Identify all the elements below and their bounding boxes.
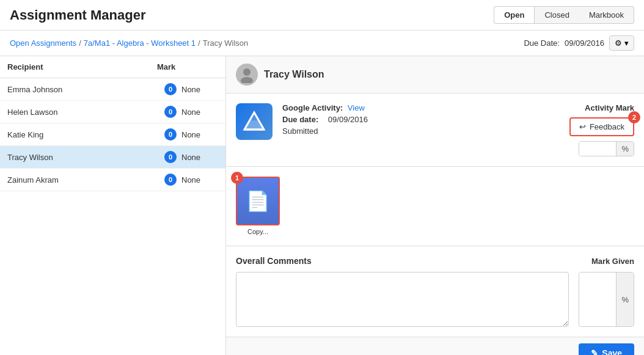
activity-section: Google Activity: View Due date: 09/09/20… [226, 93, 644, 167]
main-layout: Recipient Mark Emma Johnson 0 None Helen… [0, 56, 644, 355]
student-row[interactable]: Tracy Wilson 0 None [0, 146, 225, 169]
comments-header: Overall Comments Mark Given [236, 256, 634, 266]
google-activity-row: Google Activity: View [282, 103, 560, 112]
save-label: Save [602, 348, 622, 355]
breadcrumb-separator-2: / [198, 38, 200, 48]
gear-icon: ⚙ [615, 38, 622, 48]
svg-point-1 [241, 77, 253, 83]
student-mark: None [181, 85, 218, 94]
student-name: Tracy Wilson [7, 153, 164, 162]
avatar [236, 64, 258, 86]
mark-given-percent: % [616, 273, 634, 326]
due-date-detail-label: Due date: [282, 115, 318, 124]
status-row: Submitted [282, 126, 560, 136]
breadcrumb-student: Tracy Wilson [203, 38, 249, 48]
file-annotation-badge: 1 [231, 172, 243, 184]
student-row[interactable]: Zainum Akram 0 None [0, 169, 225, 191]
save-button[interactable]: ✎ Save [579, 343, 634, 355]
activity-right: Activity Mark ↩ Feedback 2 % [569, 103, 634, 156]
comments-section: Overall Comments Mark Given % [226, 246, 644, 337]
closed-button[interactable]: Closed [534, 6, 579, 24]
overall-comments-textarea[interactable] [236, 272, 569, 327]
status-badge: Submitted [282, 126, 318, 136]
avatar-icon [238, 66, 255, 83]
activity-mark-label: Activity Mark [585, 103, 634, 112]
comments-title: Overall Comments [236, 256, 312, 266]
activity-details: Google Activity: View Due date: 09/09/20… [282, 103, 560, 138]
student-badge: 0 [164, 128, 177, 141]
save-icon: ✎ [591, 348, 598, 355]
feedback-icon: ↩ [579, 122, 586, 131]
student-badge: 0 [164, 174, 177, 186]
breadcrumb-separator-1: / [79, 38, 81, 48]
feedback-container: ↩ Feedback 2 [569, 117, 634, 136]
google-activity-link[interactable]: View [348, 103, 365, 112]
file-thumbnail[interactable]: 📄 [236, 177, 280, 225]
left-panel-header: Recipient Mark [0, 56, 225, 78]
feedback-label: Feedback [590, 122, 624, 131]
google-activity-label: Google Activity: [282, 103, 343, 112]
activity-mark-input: % [579, 141, 634, 156]
file-name: Copy... [236, 228, 280, 235]
mark-given-label: Mark Given [591, 257, 634, 266]
file-document-icon: 📄 [246, 189, 270, 213]
student-name: Emma Johnson [7, 85, 164, 94]
chevron-down-icon: ▾ [624, 38, 629, 48]
svg-point-0 [243, 68, 251, 76]
student-mark: None [181, 153, 218, 162]
due-date-label: Due Date: [524, 38, 560, 48]
feedback-annotation-badge: 2 [628, 111, 640, 123]
activity-mark-field[interactable] [579, 142, 616, 156]
page-title: Assignment Manager [10, 7, 146, 23]
student-name: Helen Lawson [7, 108, 164, 117]
save-bar: ✎ Save [226, 337, 644, 355]
student-mark: None [181, 108, 218, 117]
activity-mark-percent: % [616, 142, 634, 156]
student-mark: None [181, 130, 218, 139]
right-panel: Tracy Wilson Google Activity: View [226, 56, 644, 355]
svg-marker-5 [244, 120, 264, 130]
student-row[interactable]: Katie King 0 None [0, 123, 225, 146]
mark-column-header: Mark [157, 62, 218, 71]
student-header: Tracy Wilson [226, 56, 644, 93]
student-mark: None [181, 175, 218, 185]
google-drive-icon [236, 103, 273, 140]
file-section: 1 📄 Copy... [226, 167, 644, 246]
student-name: Katie King [7, 130, 164, 139]
student-badge: 0 [164, 83, 177, 95]
header-button-group: Open Closed Markbook [494, 6, 634, 24]
breadcrumb-assignment[interactable]: 7a/Ma1 - Algebra - Worksheet 1 [84, 38, 196, 48]
student-badge: 0 [164, 151, 177, 163]
student-row[interactable]: Emma Johnson 0 None [0, 78, 225, 101]
left-panel: Recipient Mark Emma Johnson 0 None Helen… [0, 56, 226, 355]
breadcrumb: Open Assignments / 7a/Ma1 - Algebra - Wo… [10, 38, 248, 48]
student-name: Zainum Akram [7, 175, 164, 185]
mark-given-field[interactable] [579, 273, 616, 289]
due-date-section: Due Date: 09/09/2016 ⚙ ▾ [524, 35, 634, 51]
student-badge: 0 [164, 106, 177, 118]
mark-given-input: % [579, 272, 634, 327]
header: Assignment Manager Open Closed Markbook [0, 0, 644, 31]
settings-button[interactable]: ⚙ ▾ [609, 35, 634, 51]
markbook-button[interactable]: Markbook [579, 6, 634, 24]
comments-body: % [236, 272, 634, 327]
file-thumbnail-container: 1 📄 Copy... [236, 177, 280, 235]
recipient-column-header: Recipient [7, 62, 157, 71]
student-header-name: Tracy Wilson [264, 69, 324, 80]
open-button[interactable]: Open [494, 6, 534, 24]
breadcrumb-open-assignments[interactable]: Open Assignments [10, 38, 76, 48]
breadcrumb-row: Open Assignments / 7a/Ma1 - Algebra - Wo… [0, 31, 644, 56]
feedback-button[interactable]: ↩ Feedback [569, 117, 634, 136]
student-row[interactable]: Helen Lawson 0 None [0, 101, 225, 123]
due-date-detail-value: 09/09/2016 [328, 115, 368, 124]
due-date-value: 09/09/2016 [565, 38, 604, 48]
due-date-row: Due date: 09/09/2016 [282, 115, 560, 124]
